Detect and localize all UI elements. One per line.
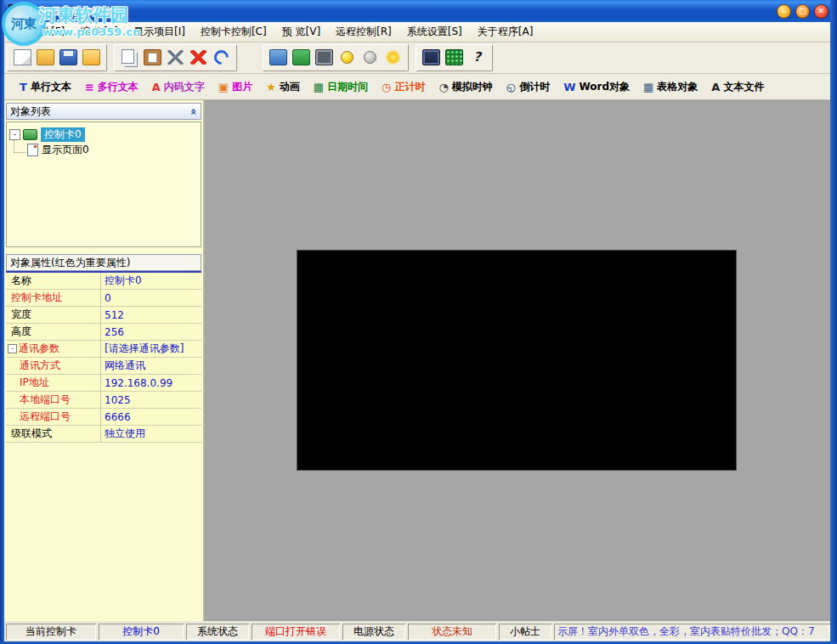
object-tool-animation[interactable]: 动画: [266, 80, 300, 94]
property-value[interactable]: 192.168.0.99: [101, 375, 201, 391]
object-tool-picture[interactable]: 图片: [218, 80, 252, 94]
property-value[interactable]: 256: [101, 324, 201, 340]
property-row-name[interactable]: 名称 控制卡0: [6, 273, 201, 290]
object-tool-label: 倒计时: [519, 80, 550, 94]
power-off-button[interactable]: [359, 47, 382, 69]
undo-button[interactable]: [210, 47, 233, 69]
chip-settings-button[interactable]: [313, 47, 336, 69]
property-value[interactable]: 网络通讯: [101, 358, 201, 374]
open-button[interactable]: [34, 47, 57, 69]
maximize-button[interactable]: □: [795, 4, 810, 19]
object-tool-table-object[interactable]: 表格对象: [643, 80, 698, 94]
save-icon: [59, 49, 77, 65]
app-window: LED显示屏控制软件 – □ ✕ 文件[F] 编 辑[E] 显示项目[I] 控制…: [0, 0, 837, 644]
statusbar: 当前控制卡 控制卡0 系统状态 端口打开错误 电源状态 状态未知 小帖士 示屏！…: [4, 622, 830, 641]
minimize-button[interactable]: –: [777, 4, 791, 19]
object-tool-internal-code-text[interactable]: 内码文字: [152, 80, 205, 94]
close-button[interactable]: ✕: [814, 4, 829, 19]
property-value[interactable]: 512: [101, 307, 201, 323]
property-value[interactable]: [请选择通讯参数]: [101, 341, 201, 357]
property-collapse-minus-icon[interactable]: [8, 344, 17, 353]
property-row-ip-address[interactable]: IP地址 192.168.0.99: [6, 375, 201, 392]
undo-icon: [211, 47, 231, 67]
menu-display-items[interactable]: 显示项目[I]: [126, 23, 193, 41]
object-tool-label: 文本文件: [723, 80, 764, 94]
menu-edit[interactable]: 编 辑[E]: [72, 23, 126, 41]
object-tool-countdown[interactable]: 倒计时: [506, 80, 550, 94]
menu-about[interactable]: 关于程序[A]: [470, 23, 541, 41]
properties-header: 对象属性(红色为重要属性): [6, 254, 201, 271]
tree-expand-minus-icon[interactable]: [9, 129, 20, 140]
send-data-button[interactable]: [290, 47, 313, 69]
property-value[interactable]: 1025: [101, 392, 201, 408]
property-label: 远程端口号: [20, 410, 71, 424]
property-value[interactable]: 控制卡0: [101, 273, 201, 289]
property-row-comm-params[interactable]: 通讯参数 [请选择通讯参数]: [6, 341, 201, 358]
display-test-button[interactable]: [420, 47, 443, 69]
paste-button[interactable]: [141, 47, 164, 69]
object-tool-label: Word对象: [579, 80, 630, 94]
menu-file[interactable]: 文件[F]: [23, 23, 72, 41]
cut-icon: [167, 50, 184, 65]
screen-params-button[interactable]: [267, 47, 290, 69]
object-tool-single-line-text[interactable]: 单行文本: [20, 80, 71, 94]
property-value[interactable]: 6666: [101, 409, 201, 425]
delete-button[interactable]: [187, 47, 210, 69]
toolbar-group-display: [416, 44, 493, 71]
property-row-local-port[interactable]: 本地端口号 1025: [6, 392, 201, 409]
date-time-icon: [314, 81, 324, 93]
property-row-comm-mode[interactable]: 通讯方式 网络通讯: [6, 358, 201, 375]
cut-button[interactable]: [164, 47, 187, 69]
object-tool-count-up[interactable]: 正计时: [382, 80, 425, 94]
chip-icon: [315, 49, 333, 65]
property-label: 名称: [11, 274, 31, 288]
menu-system-settings[interactable]: 系统设置[S]: [399, 23, 470, 41]
object-tool-text-file[interactable]: 文本文件: [711, 80, 764, 94]
exit-button[interactable]: [80, 47, 103, 69]
word-object-icon: [563, 81, 575, 93]
object-tool-multi-line-text[interactable]: 多行文本: [85, 80, 139, 94]
property-row-cascade-mode[interactable]: 级联模式 独立使用: [6, 426, 201, 443]
property-label: 宽度: [11, 308, 31, 322]
save-button[interactable]: [57, 47, 80, 69]
copy-button[interactable]: [118, 47, 141, 69]
picture-icon: [218, 81, 229, 93]
collapse-chevron-icon[interactable]: [187, 108, 200, 115]
display-monitor-icon: [422, 49, 440, 65]
app-icon: [8, 4, 24, 18]
property-value[interactable]: 独立使用: [101, 426, 201, 442]
object-tool-label: 正计时: [394, 80, 425, 94]
menu-preview[interactable]: 预 览[V]: [274, 23, 328, 41]
tree-item-controller-card[interactable]: 控制卡0: [9, 127, 198, 142]
multi-line-text-icon: [85, 81, 94, 93]
led-module-button[interactable]: [443, 47, 466, 69]
tree-item-display-page[interactable]: 显示页面0: [9, 142, 198, 157]
help-button[interactable]: [466, 47, 489, 69]
object-list-header: 对象列表: [6, 103, 201, 120]
titlebar[interactable]: LED显示屏控制软件 – □ ✕: [0, 0, 837, 22]
new-button[interactable]: [11, 47, 34, 69]
property-row-width[interactable]: 宽度 512: [6, 307, 201, 324]
status-system-state-label: 系统状态: [186, 624, 249, 640]
property-row-height[interactable]: 高度 256: [6, 324, 201, 341]
object-tool-label: 多行文本: [98, 80, 139, 94]
brightness-button[interactable]: [382, 47, 404, 69]
tree-item-label-selected: 控制卡0: [41, 127, 85, 142]
status-port-error-value: 端口打开错误: [252, 624, 340, 640]
menu-card-control[interactable]: 控制卡控制[C]: [193, 23, 274, 41]
led-screen-preview[interactable]: [297, 250, 737, 471]
property-value[interactable]: 0: [101, 290, 201, 306]
delete-icon: [190, 50, 206, 65]
power-on-button[interactable]: [336, 47, 359, 69]
properties-title: 对象属性(红色为重要属性): [10, 256, 130, 270]
analog-clock-icon: [438, 81, 448, 93]
window-right-border-scrollbar[interactable]: [830, 0, 837, 644]
property-label: 本地端口号: [20, 393, 71, 407]
object-tool-word-object[interactable]: Word对象: [563, 80, 630, 94]
object-tool-date-time[interactable]: 日期时间: [314, 80, 368, 94]
property-row-remote-port[interactable]: 远程端口号 6666: [6, 409, 201, 426]
menu-remote-control[interactable]: 远程控制[R]: [328, 23, 399, 41]
object-tool-analog-clock[interactable]: 模拟时钟: [438, 80, 492, 94]
property-row-card-address[interactable]: 控制卡地址 0: [6, 290, 201, 307]
property-label: 通讯参数: [19, 342, 59, 356]
